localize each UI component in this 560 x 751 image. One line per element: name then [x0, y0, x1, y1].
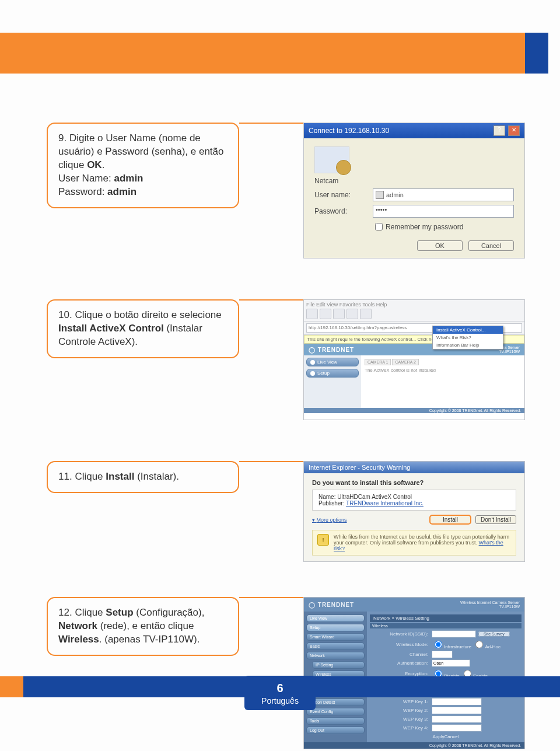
site-survey-button[interactable]: Site Survey [478, 631, 510, 637]
mode-infra-radio[interactable] [435, 641, 442, 648]
context-menu: Install ActiveX Control... What's the Ri… [432, 326, 503, 350]
user-icon [376, 191, 384, 199]
ctx-infobar-help[interactable]: Information Bar Help [433, 341, 503, 349]
username-label: User name: [314, 191, 373, 199]
essid-label: Network ID(SSID): [370, 631, 432, 637]
ctx-whats-risk[interactable]: What's the Risk? [433, 334, 503, 341]
step-9-row: 9. Digite o User Name (nome de usuário) … [47, 123, 525, 259]
setup-button[interactable]: Setup [306, 369, 359, 378]
channel-input[interactable] [432, 651, 453, 658]
step-text: . [102, 159, 105, 170]
channel-label: Channel: [370, 652, 432, 657]
apply-button[interactable]: Apply [433, 734, 444, 739]
step-bold: admin [107, 186, 136, 197]
trendnet-logo: ◯ TRENDNET [309, 347, 354, 353]
step-bold: Install [106, 471, 134, 482]
step-text: Password: [58, 186, 107, 197]
help-icon[interactable]: ? [494, 125, 505, 136]
camera-tab2[interactable]: CAMERA 2 [392, 359, 418, 365]
setup-label: Setup [317, 371, 330, 376]
password-input[interactable]: ••••• [373, 205, 514, 218]
nav-live-view[interactable]: Live View [306, 614, 365, 622]
auth-select[interactable] [432, 659, 470, 667]
wepkey3-input[interactable] [432, 715, 482, 723]
wepkey1-input[interactable] [432, 698, 482, 705]
nav-wizard[interactable]: Smart Wizard [306, 633, 365, 641]
step-number: 10. [58, 309, 72, 320]
settings-footer: Copyright © 2008 TRENDnet. All Rights Re… [304, 742, 524, 749]
close-icon[interactable]: ✕ [508, 125, 520, 136]
nav-basic[interactable]: Basic [306, 642, 365, 650]
mode-label: Wireless Mode: [370, 642, 432, 647]
wepkey1-label: WEP Key 1: [370, 699, 432, 704]
back-button[interactable] [306, 309, 318, 319]
browser-menu[interactable]: File Edit View Favorites Tools Help [306, 302, 522, 308]
forward-button[interactable] [320, 309, 331, 319]
security-warning-screenshot: Internet Explorer - Security Warning Do … [303, 461, 525, 562]
publisher-link[interactable]: TRENDware International Inc. [346, 500, 424, 507]
product-model: TV-IP110W [499, 350, 520, 354]
nav-network[interactable]: Network [306, 652, 365, 659]
dont-install-button[interactable]: Don't Install [475, 515, 516, 524]
security-title: Internet Explorer - Security Warning [304, 462, 524, 473]
window-controls: ? ✕ [492, 125, 520, 136]
wireless-section: Wireless [370, 623, 522, 628]
realm-label: Netcam [314, 177, 514, 185]
install-button[interactable]: Install [430, 515, 471, 524]
wepkey2-label: WEP Key 2: [370, 708, 432, 713]
step-12-instruction: 12. Clique Setup (Configuração), Network… [47, 597, 239, 656]
page-content: 9. Digite o User Name (nome de usuário) … [47, 123, 525, 751]
security-warning-note: ! While files from the Internet can be u… [312, 530, 516, 556]
mode-adhoc-radio[interactable] [475, 641, 483, 648]
wepkey4-label: WEP Key 4: [370, 725, 432, 731]
home-button[interactable] [360, 309, 372, 319]
nav-setup[interactable]: Setup [306, 624, 365, 631]
remember-checkbox[interactable]: Remember my password [373, 221, 514, 232]
password-value: ••••• [376, 206, 387, 213]
ok-button[interactable]: OK [417, 240, 463, 251]
step-text: Clique [75, 607, 106, 618]
dialog-title: Connect to 192.168.10.30 [309, 127, 389, 135]
live-view-button[interactable]: Live View [306, 358, 359, 366]
refresh-button[interactable] [346, 309, 358, 319]
dialog-titlebar: Connect to 192.168.10.30 ? ✕ [304, 123, 524, 138]
step-text: User Name: [58, 173, 114, 184]
browser-toolbar: File Edit View Favorites Tools Help [304, 300, 524, 322]
stop-button[interactable] [333, 309, 345, 319]
step-text: (Configuração), [136, 607, 204, 618]
more-options-link[interactable]: ▾ More options [312, 517, 347, 523]
wepkey2-input[interactable] [432, 707, 482, 714]
nav-tools[interactable]: Tools [306, 717, 365, 725]
step-bold: Install ActiveX Control [58, 323, 164, 334]
nav-ip[interactable]: IP Setting [312, 661, 365, 669]
password-label: Password: [314, 207, 373, 215]
step-text: Digite o User Name (nome de usuário) e P… [58, 132, 224, 170]
step-number: 11. [58, 471, 72, 482]
wepkey4-input[interactable] [432, 724, 482, 732]
step-text: Clique o botão direito e selecione [75, 309, 221, 320]
nav-logout[interactable]: Log Out [306, 726, 365, 734]
remember-label: Remember my password [386, 223, 463, 231]
page-number-box: 6 Português [244, 676, 316, 710]
name-label: Name: [318, 494, 335, 500]
cancel-button[interactable]: Cancel [468, 240, 514, 251]
camera-tab[interactable]: CAMERA 1 [365, 359, 391, 365]
remember-checkbox-input[interactable] [375, 223, 383, 230]
logo-text: TRENDNET [318, 347, 354, 353]
username-input[interactable]: admin [373, 188, 514, 201]
step-text: (rede), e então clique [97, 620, 194, 631]
step-9-instruction: 9. Digite o User Name (nome de usuário) … [47, 123, 239, 208]
cancel-button[interactable]: Cancel [444, 734, 459, 739]
shield-icon: ! [317, 534, 329, 546]
essid-input[interactable] [432, 630, 476, 638]
page-footer: Copyright © 2008 TRENDnet. All Rights Re… [304, 408, 524, 413]
key-icon [314, 146, 349, 173]
product-subtitle: Wireless Internet Camera ServerTV-IP110W [460, 600, 520, 609]
wepkey3-label: WEP Key 3: [370, 717, 432, 722]
step-11-row: 11. Clique Install (Instalar). Internet … [47, 461, 525, 562]
nav-event-config[interactable]: Event Config [306, 708, 365, 715]
ctx-install-activex[interactable]: Install ActiveX Control... [433, 326, 503, 334]
software-name: UltraHDCam ActiveX Control [337, 494, 412, 500]
step-number: 9. [58, 132, 66, 144]
activex-message: The ActiveX control is not installed [365, 368, 521, 373]
